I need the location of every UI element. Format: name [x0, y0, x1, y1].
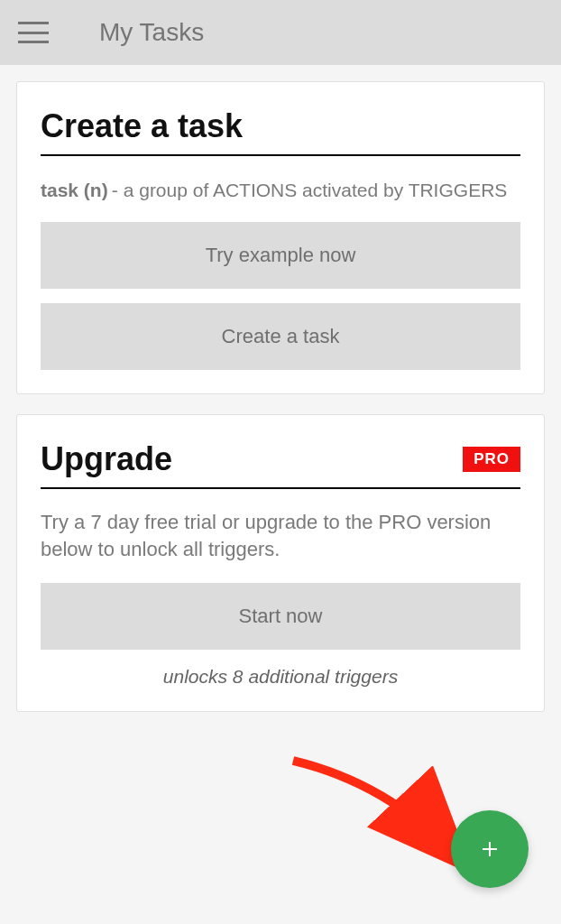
def-term: task (n) [41, 178, 108, 202]
create-task-card: Create a task task (n) - a group of ACTI… [16, 81, 545, 394]
card-header: Create a task [41, 107, 520, 156]
upgrade-card-title: Upgrade [41, 440, 172, 478]
create-task-button[interactable]: Create a task [41, 303, 520, 370]
unlocks-text: unlocks 8 additional triggers [41, 666, 520, 688]
task-definition: task (n) - a group of ACTIONS activated … [41, 178, 520, 202]
add-task-fab[interactable] [451, 810, 529, 888]
def-separator: - [108, 178, 124, 202]
card-header: Upgrade PRO [41, 440, 520, 489]
app-toolbar: My Tasks [0, 0, 561, 65]
def-body: a group of ACTIONS activated by TRIGGERS [124, 178, 520, 202]
hamburger-menu-icon[interactable] [18, 22, 49, 43]
upgrade-card: Upgrade PRO Try a 7 day free trial or up… [16, 414, 545, 711]
start-now-button[interactable]: Start now [41, 583, 520, 650]
plus-icon [479, 838, 501, 860]
create-card-title: Create a task [41, 107, 243, 145]
pro-badge: PRO [463, 447, 520, 472]
try-example-button[interactable]: Try example now [41, 222, 520, 289]
main-content: Create a task task (n) - a group of ACTI… [0, 65, 561, 748]
page-title: My Tasks [99, 18, 204, 47]
annotation-arrow [289, 756, 478, 882]
upgrade-description: Try a 7 day free trial or upgrade to the… [41, 509, 520, 562]
